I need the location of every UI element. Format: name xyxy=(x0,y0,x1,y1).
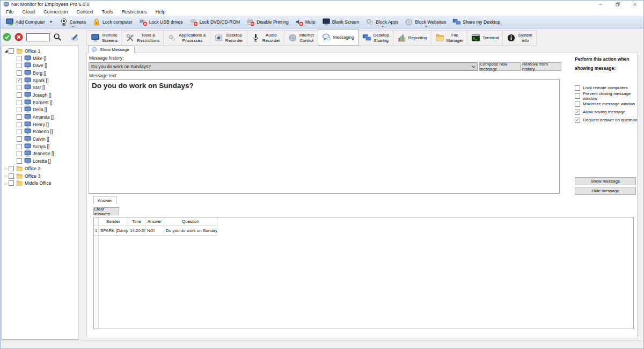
tree-item-mike[interactable]: Mike [] xyxy=(2,55,78,62)
dropdown-caret-icon[interactable] xyxy=(49,20,53,24)
tab-answer[interactable]: Answer xyxy=(93,196,116,204)
tree-item-checkbox[interactable] xyxy=(17,114,22,120)
tree-item-joseph[interactable]: Joseph [] xyxy=(2,91,78,99)
action-checkbox[interactable] xyxy=(575,93,580,99)
tab-reporting[interactable]: Reporting xyxy=(393,30,431,46)
tree-item-checkbox[interactable] xyxy=(17,136,22,142)
action-checkbox[interactable] xyxy=(575,110,580,115)
tree-item-borg[interactable]: Borg [] xyxy=(2,69,78,77)
edit-icon[interactable] xyxy=(70,33,79,41)
disconnect-button[interactable] xyxy=(14,33,23,41)
toolbar-lock-computer-button[interactable]: Lock computer xyxy=(90,17,136,27)
tab-remote-screens[interactable]: RemoteScreens xyxy=(86,30,122,46)
tree-item-loretta[interactable]: Loretta [] xyxy=(2,157,78,165)
tree-group-middle-office[interactable]: ▷Middle Office xyxy=(2,179,78,187)
menu-connection[interactable]: Connection xyxy=(39,9,72,14)
toolbar-blank-screen-button[interactable]: Blank Screen xyxy=(319,17,363,27)
toolbar-lock-usb-drives-button[interactable]: Lock USB drives xyxy=(136,17,187,27)
menu-tools[interactable]: Tools xyxy=(98,9,118,14)
toolbar-add-computer-button[interactable]: Add Computer xyxy=(3,17,57,27)
tree-item-checkbox[interactable] xyxy=(17,56,22,61)
dropdown-caret-icon[interactable] xyxy=(425,25,427,28)
dropdown-caret-icon[interactable] xyxy=(381,25,384,28)
toolbar-camera-button[interactable]: Camera xyxy=(57,17,90,27)
search-icon[interactable] xyxy=(53,33,62,41)
message-history-combobox[interactable]: Do you do work on Sundays? xyxy=(89,62,478,71)
menu-restrictions[interactable]: Restrictions xyxy=(118,9,151,14)
tree-group-checkbox[interactable] xyxy=(9,180,14,186)
tree-item-checkbox[interactable] xyxy=(17,122,22,127)
tree-expand-icon[interactable]: ▷ xyxy=(4,166,9,171)
search-input[interactable] xyxy=(26,33,50,41)
show-message-button[interactable]: Show message xyxy=(575,177,636,185)
toolbar-block-apps-button[interactable]: Block Apps xyxy=(363,17,402,27)
tree-group-office-3[interactable]: ▷Office 3 xyxy=(2,172,78,180)
tree-group-checkbox[interactable] xyxy=(9,166,14,171)
tree-item-calvin[interactable]: Calvin [] xyxy=(2,135,78,143)
tree-item-amanda[interactable]: Amanda [] xyxy=(2,113,78,121)
answer-row[interactable]: 1SPARK [Damjan]14:20:05NO!Do you do work… xyxy=(94,226,217,236)
tree-item-checkbox[interactable] xyxy=(17,158,22,164)
menu-file[interactable]: File xyxy=(2,9,18,14)
menu-context[interactable]: Context xyxy=(72,9,98,14)
tree-item-sonya[interactable]: Sonya [] xyxy=(2,143,78,150)
tree-item-checkbox[interactable] xyxy=(17,129,22,134)
tree-item-checkbox[interactable] xyxy=(17,92,22,98)
tree-item-checkbox[interactable] xyxy=(17,151,22,156)
tree-expand-icon[interactable]: ◢ xyxy=(4,48,9,53)
action-checkbox[interactable] xyxy=(575,118,580,123)
chevron-down-icon[interactable] xyxy=(470,63,477,70)
hide-message-button[interactable]: Hide message xyxy=(575,187,636,195)
tree-item-jeanette[interactable]: Jeanette [] xyxy=(2,150,78,158)
tree-item-checkbox[interactable] xyxy=(17,144,22,149)
tree-expand-icon[interactable]: ▷ xyxy=(4,173,9,178)
tree-group-checkbox[interactable] xyxy=(9,48,14,54)
toolbar-disable-printing-button[interactable]: Disable Printing xyxy=(244,17,292,27)
tree-expand-icon[interactable]: ▷ xyxy=(4,181,9,186)
tab-system-info[interactable]: SystemInfo xyxy=(502,30,537,46)
maximize-button[interactable] xyxy=(609,1,626,8)
tree-item-roberto[interactable]: Roberto [] xyxy=(2,128,78,136)
tree-item-spark[interactable]: Spark [] xyxy=(2,77,78,84)
toolbar-share-my-desktop-button[interactable]: Share my Desktop xyxy=(450,17,504,27)
connect-button[interactable] xyxy=(3,33,11,41)
tree-item-checkbox[interactable] xyxy=(17,70,22,76)
tab-file-manager[interactable]: FileManager xyxy=(431,30,468,46)
tree-item-earnest[interactable]: Earnest [] xyxy=(2,99,78,106)
tree-group-office-1[interactable]: ◢Office 1 xyxy=(2,47,78,55)
tree-item-checkbox[interactable] xyxy=(17,100,22,105)
tab-desktop-sharing[interactable]: DesktopSharing xyxy=(358,30,393,46)
toolbar-lock-dvd-cd-rom-button[interactable]: Lock DVD/CD-ROM xyxy=(187,17,244,27)
close-button[interactable] xyxy=(626,1,643,8)
tab-messaging[interactable]: Messaging xyxy=(318,29,358,46)
tab-applications-processes[interactable]: Applications &Processes xyxy=(163,30,210,46)
tree-item-checkbox[interactable] xyxy=(17,107,22,112)
dropdown-caret-icon[interactable] xyxy=(72,25,75,28)
tree-item-checkbox[interactable] xyxy=(17,85,22,90)
action-checkbox[interactable] xyxy=(575,85,580,91)
tab-audio-recorder[interactable]: AudioRecorder xyxy=(247,30,284,46)
tab-show-message[interactable]: Show Message xyxy=(88,46,135,53)
tree-item-checkbox[interactable] xyxy=(17,78,22,83)
menu-cloud[interactable]: Cloud xyxy=(18,9,40,14)
tab-internet-control[interactable]: InternetControl xyxy=(284,30,318,46)
tree-item-della[interactable]: Della [] xyxy=(2,106,78,114)
remove-from-history-button[interactable]: Remove from history xyxy=(522,62,561,71)
tree-item-henry[interactable]: Henry [] xyxy=(2,121,78,128)
action-checkbox[interactable] xyxy=(575,101,580,107)
tree-group-checkbox[interactable] xyxy=(9,173,14,179)
tree-item-star[interactable]: Star [] xyxy=(2,84,78,91)
menu-help[interactable]: Help xyxy=(151,9,170,14)
clear-answers-button[interactable]: Clear answers xyxy=(93,207,119,215)
tab-desktop-recorder[interactable]: DesktopRecorder xyxy=(210,30,247,46)
message-text-area[interactable]: Do you do work on Sundays? xyxy=(89,79,560,194)
tab-terminal[interactable]: Terminal xyxy=(467,30,503,46)
toolbar-block-websites-button[interactable]: Block Websites xyxy=(402,17,450,27)
tree-group-office-2[interactable]: ▷Office 2 xyxy=(2,165,78,172)
toolbar-mute-button[interactable]: Mute xyxy=(292,17,319,27)
compose-new-message-button[interactable]: Compose new message xyxy=(479,62,521,71)
minimize-button[interactable] xyxy=(592,1,609,8)
tree-item-checkbox[interactable] xyxy=(17,63,22,68)
tree-item-dave[interactable]: Dave [] xyxy=(2,62,78,69)
tab-tools-restrictions[interactable]: Tools &Restrictions xyxy=(121,30,164,46)
